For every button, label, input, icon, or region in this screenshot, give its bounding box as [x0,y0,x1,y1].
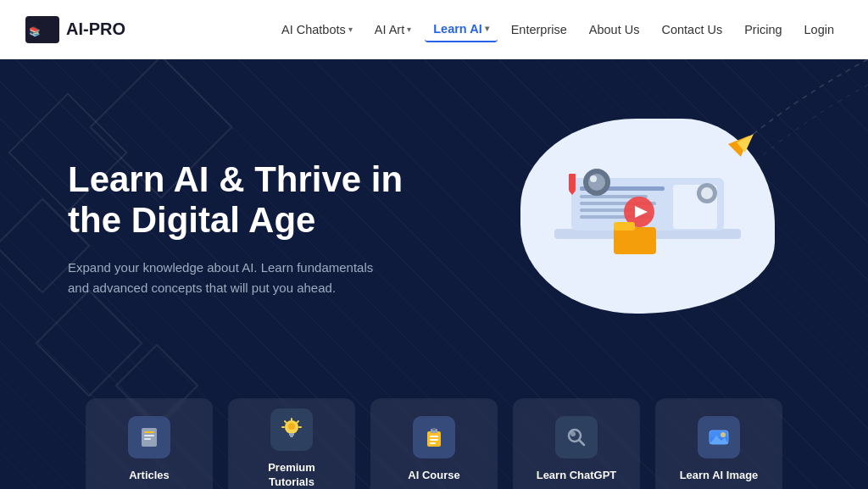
svg-rect-41 [430,442,436,444]
svg-rect-28 [289,433,294,436]
nav-item-chatbots: AI Chatbots ▾ [273,18,361,42]
svg-rect-21 [569,174,576,191]
nav-item-enterprise: Enterprise [503,18,576,42]
chatgpt-label: Learn ChatGPT [537,469,617,483]
nav-item-learn-ai: Learn AI ▾ [425,17,497,42]
svg-rect-25 [144,435,154,436]
chatgpt-icon [555,416,598,458]
illustration-content [520,119,775,314]
course-label: AI Course [408,469,459,483]
hero-subtitle: Expand your knowledge about AI. Learn fu… [68,258,390,298]
nav-link-chatbots[interactable]: AI Chatbots ▾ [273,18,361,42]
premium-icon [270,408,313,451]
svg-point-43 [570,431,576,436]
ai-image-icon [698,416,740,458]
articles-label: Articles [129,469,170,483]
category-cards-row: Articles Premium Tu [0,381,868,489]
nav-item-about: About Us [581,18,648,42]
svg-rect-26 [144,438,151,440]
nav-item-pricing: Pricing [736,18,790,42]
category-card-chatgpt[interactable]: Learn ChatGPT [513,398,640,489]
chevron-down-icon: ▾ [348,25,353,34]
nav-label-login: Login [804,23,834,36]
nav-label-enterprise: Enterprise [511,23,567,36]
chevron-down-icon: ▾ [407,25,411,34]
course-icon [413,416,455,458]
svg-point-35 [288,423,295,430]
articles-icon [128,416,170,458]
svg-point-13 [701,187,713,199]
category-card-articles[interactable]: Articles [86,398,213,489]
nav-label-learn-ai: Learn AI [433,22,481,36]
svg-rect-49 [709,431,728,437]
logo-text: AI-PRO [66,19,125,39]
nav-link-ai-art[interactable]: AI Art ▾ [366,18,420,42]
illustration-svg [529,127,766,305]
nav-label-about: About Us [589,23,640,36]
logo-icon: 📚 [25,16,59,43]
svg-point-16 [590,175,597,182]
hero-section: Learn AI & Thrive in the Digital Age Exp… [0,59,868,489]
hero-title: Learn AI & Thrive in the Digital Age [68,159,458,242]
svg-rect-18 [614,222,635,231]
svg-line-32 [298,421,299,423]
nav-menu: AI Chatbots ▾ AI Art ▾ Learn AI ▾ Enterp… [273,17,843,42]
hero-content: Learn AI & Thrive in the Digital Age Exp… [0,59,868,381]
svg-text:📚: 📚 [29,25,41,37]
ai-image-label: Learn AI Image [680,469,759,483]
nav-label-pricing: Pricing [744,23,782,36]
category-card-premium[interactable]: Premium Tutorials [228,398,355,489]
nav-link-about[interactable]: About Us [581,18,648,42]
premium-label: Premium Tutorials [268,461,315,489]
chevron-down-icon: ▾ [485,24,489,33]
nav-item-login: Login [796,18,843,42]
nav-label-contact: Contact Us [661,23,722,36]
nav-label-chatbots: AI Chatbots [281,23,346,36]
nav-link-contact[interactable]: Contact Us [653,18,731,42]
svg-line-31 [285,421,287,423]
nav-item-contact: Contact Us [653,18,731,42]
svg-point-15 [588,174,605,191]
svg-rect-23 [142,428,157,447]
navbar: 📚 AI-PRO AI Chatbots ▾ AI Art ▾ Learn AI… [0,0,868,59]
nav-item-ai-art: AI Art ▾ [366,18,420,42]
hero-text-block: Learn AI & Thrive in the Digital Age Exp… [68,159,458,299]
nav-link-pricing[interactable]: Pricing [736,18,790,42]
nav-link-enterprise[interactable]: Enterprise [503,18,576,42]
svg-rect-38 [432,428,436,431]
svg-line-44 [580,440,585,445]
category-card-course[interactable]: AI Course [370,398,498,489]
svg-rect-29 [290,436,293,437]
nav-link-login[interactable]: Login [796,18,843,42]
nav-label-ai-art: AI Art [375,23,404,36]
nav-link-learn-ai[interactable]: Learn AI ▾ [425,17,497,42]
hero-illustration [512,110,800,347]
svg-rect-24 [144,431,154,433]
svg-rect-17 [614,227,656,254]
category-card-ai-image[interactable]: Learn AI Image [655,398,782,489]
svg-rect-39 [430,436,438,437]
logo-link[interactable]: 📚 AI-PRO [25,16,125,43]
svg-rect-40 [430,439,438,441]
